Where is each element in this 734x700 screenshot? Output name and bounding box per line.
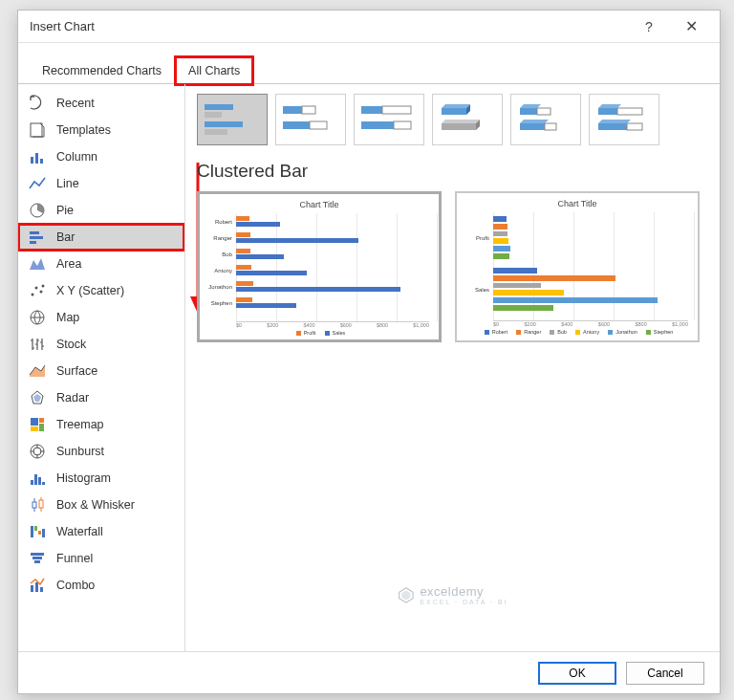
- sidebar-item-radar[interactable]: Radar: [18, 384, 184, 411]
- svg-rect-39: [32, 557, 42, 559]
- close-button[interactable]: ✕: [670, 17, 712, 35]
- preview-legend: ProfitSales: [205, 330, 433, 336]
- svg-marker-59: [442, 120, 480, 123]
- sidebar-item-line[interactable]: Line: [18, 170, 184, 197]
- subtype-clustered-bar[interactable]: [197, 94, 268, 145]
- svg-rect-5: [40, 159, 43, 164]
- watermark-sub: EXCEL · DATA · BI: [420, 599, 507, 605]
- svg-point-12: [35, 287, 38, 290]
- sidebar-item-scatter[interactable]: X Y (Scatter): [18, 277, 184, 304]
- stock-icon: [28, 335, 47, 354]
- subtype-3d-clustered-bar[interactable]: [432, 94, 503, 145]
- sunburst-icon: [28, 442, 47, 461]
- sidebar-item-templates[interactable]: Templates: [18, 117, 184, 143]
- svg-rect-4: [35, 153, 38, 164]
- surface-icon: [28, 361, 47, 381]
- chart-type-sidebar: Recent Templates Column Line Pie Bar Are…: [18, 84, 185, 651]
- preview-chart-1[interactable]: Chart Title RobertRangerBobAntonyJonatho…: [197, 191, 442, 342]
- line-icon: [28, 174, 47, 193]
- svg-marker-62: [520, 104, 541, 108]
- sidebar-item-pie[interactable]: Pie: [18, 197, 184, 224]
- sidebar-item-histogram[interactable]: Histogram: [18, 465, 184, 492]
- svg-rect-27: [42, 482, 45, 485]
- subtype-3d-stacked-bar[interactable]: [510, 94, 581, 145]
- sidebar-item-waterfall[interactable]: Waterfall: [18, 518, 184, 545]
- svg-rect-28: [32, 502, 36, 508]
- sidebar-item-label: Templates: [56, 123, 111, 137]
- sidebar-item-column[interactable]: Column: [18, 143, 184, 170]
- svg-rect-51: [310, 121, 327, 129]
- sidebar-item-funnel[interactable]: Funnel: [18, 545, 184, 572]
- help-button[interactable]: ?: [628, 19, 670, 34]
- sidebar-item-label: Histogram: [56, 471, 111, 485]
- svg-rect-57: [442, 108, 466, 115]
- dialog-title: Insert Chart: [30, 19, 628, 33]
- sidebar-item-label: X Y (Scatter): [56, 284, 124, 297]
- svg-rect-47: [205, 129, 227, 135]
- sidebar-item-bar[interactable]: Bar: [18, 224, 184, 251]
- tab-all-charts[interactable]: All Charts: [176, 57, 252, 84]
- sidebar-item-map[interactable]: Map: [18, 304, 184, 331]
- svg-rect-55: [394, 121, 411, 129]
- svg-rect-70: [617, 108, 642, 115]
- svg-rect-3: [31, 157, 33, 164]
- svg-rect-21: [31, 427, 38, 431]
- sidebar-item-label: Bar: [56, 230, 75, 244]
- tab-strip: Recommended Charts All Charts: [18, 43, 720, 84]
- sidebar-item-recent[interactable]: Recent: [18, 90, 184, 117]
- svg-rect-35: [34, 526, 37, 531]
- sidebar-item-label: Pie: [56, 204, 74, 217]
- scatter-icon: [28, 281, 47, 300]
- sidebar-item-combo[interactable]: Combo: [18, 572, 184, 599]
- subtype-stacked-bar[interactable]: [275, 94, 346, 145]
- box-whisker-icon: [28, 495, 47, 514]
- svg-rect-8: [30, 236, 43, 239]
- preview-chart-2[interactable]: Chart Title ProfitSales $0$200$400$600$8…: [455, 191, 700, 342]
- watermark: exceldemy EXCEL · DATA · BI: [397, 584, 507, 605]
- sidebar-item-surface[interactable]: Surface: [18, 358, 184, 384]
- sidebar-item-treemap[interactable]: Treemap: [18, 411, 184, 438]
- svg-rect-26: [38, 477, 41, 485]
- svg-rect-42: [35, 582, 38, 592]
- svg-rect-34: [31, 526, 33, 537]
- sidebar-item-label: Surface: [56, 364, 97, 378]
- svg-point-13: [40, 291, 43, 294]
- cancel-button[interactable]: Cancel: [626, 662, 704, 685]
- watermark-icon: [397, 586, 414, 603]
- svg-rect-53: [382, 106, 411, 114]
- sidebar-item-area[interactable]: Area: [18, 251, 184, 277]
- svg-rect-20: [39, 424, 44, 431]
- sidebar-item-sunburst[interactable]: Sunburst: [18, 438, 184, 465]
- preview-legend: RobertRangerBobAntonyJonathonStephen: [463, 329, 692, 335]
- svg-rect-69: [598, 108, 617, 115]
- sidebar-item-label: Waterfall: [56, 525, 103, 538]
- chart-content: Clustered Bar Chart Title RobertRangerBo…: [185, 84, 720, 651]
- svg-marker-56: [442, 104, 470, 108]
- subtype-3d-100-stacked-bar[interactable]: [589, 94, 659, 145]
- svg-rect-45: [205, 112, 222, 118]
- pie-icon: [28, 201, 47, 220]
- svg-rect-66: [520, 123, 545, 130]
- svg-rect-36: [38, 531, 41, 535]
- svg-rect-25: [34, 474, 37, 485]
- svg-rect-52: [361, 106, 382, 114]
- svg-marker-71: [598, 120, 631, 123]
- sidebar-item-stock[interactable]: Stock: [18, 331, 184, 358]
- subtype-title: Clustered Bar: [197, 161, 708, 182]
- svg-point-23: [33, 448, 41, 455]
- svg-rect-24: [31, 480, 33, 485]
- tab-recommended[interactable]: Recommended Charts: [30, 57, 174, 84]
- svg-rect-72: [598, 123, 627, 130]
- svg-marker-75: [401, 591, 410, 601]
- area-icon: [28, 254, 47, 273]
- watermark-text: exceldemy: [420, 584, 484, 599]
- svg-rect-7: [30, 231, 39, 234]
- sidebar-item-boxwhisker[interactable]: Box & Whisker: [18, 492, 184, 518]
- svg-rect-19: [39, 418, 44, 423]
- sidebar-item-label: Recent: [56, 97, 95, 110]
- subtype-100-stacked-bar[interactable]: [354, 94, 424, 145]
- svg-rect-46: [205, 121, 243, 127]
- ok-button[interactable]: OK: [538, 662, 616, 685]
- svg-rect-38: [31, 553, 44, 556]
- svg-point-14: [42, 285, 45, 288]
